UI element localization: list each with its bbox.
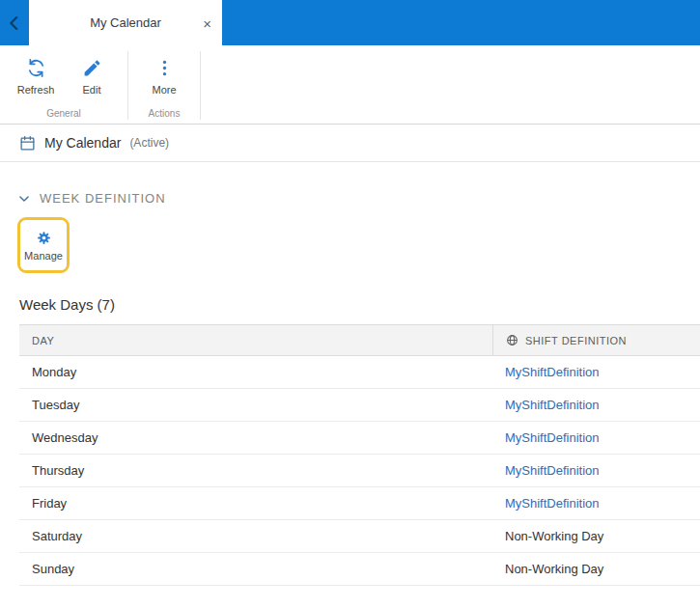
- tab-bar-empty-area: [222, 0, 700, 45]
- more-icon: [154, 58, 175, 78]
- ribbon: Refresh Edit General More Actions: [0, 45, 700, 124]
- week-days-title: Week Days (7): [19, 296, 700, 313]
- chevron-down-icon: [17, 192, 31, 206]
- column-header-day[interactable]: DAY: [19, 325, 492, 355]
- table-row: Tuesday MyShiftDefinition: [19, 389, 700, 422]
- refresh-button[interactable]: Refresh: [8, 50, 64, 97]
- shift-definition-link[interactable]: MyShiftDefinition: [492, 365, 700, 379]
- tab-title: My Calendar: [90, 15, 161, 30]
- day-cell: Wednesday: [19, 430, 492, 445]
- edit-button[interactable]: Edit: [64, 50, 120, 97]
- edit-label: Edit: [83, 84, 101, 96]
- record-status-badge: (Active): [129, 136, 169, 150]
- table-row: Friday MyShiftDefinition: [19, 487, 700, 520]
- table-row: Thursday MyShiftDefinition: [19, 455, 700, 487]
- day-cell: Tuesday: [19, 398, 492, 412]
- calendar-icon: [19, 135, 36, 152]
- more-button[interactable]: More: [136, 50, 192, 97]
- table-row: Saturday Non-Working Day: [19, 520, 700, 553]
- table-header-row: DAY SHIFT DEFINITION: [19, 324, 700, 356]
- shift-definition-link[interactable]: MyShiftDefinition: [492, 398, 700, 412]
- edit-icon: [82, 58, 102, 78]
- ribbon-group-actions: More Actions: [128, 45, 200, 124]
- shift-definition-link[interactable]: MyShiftDefinition: [492, 496, 700, 511]
- manage-label: Manage: [24, 250, 63, 262]
- refresh-label: Refresh: [17, 84, 55, 96]
- section-title: WEEK DEFINITION: [40, 191, 166, 206]
- day-cell: Sunday: [19, 562, 492, 576]
- manage-button[interactable]: Manage: [20, 220, 67, 270]
- table-row: Monday MyShiftDefinition: [19, 356, 700, 389]
- day-cell: Thursday: [19, 463, 492, 478]
- day-cell: Friday: [19, 496, 492, 511]
- column-header-shift-definition[interactable]: SHIFT DEFINITION: [492, 325, 700, 355]
- non-working-day-cell: Non-Working Day: [492, 562, 700, 576]
- ribbon-group-general: Refresh Edit General: [0, 45, 127, 124]
- day-cell: Monday: [19, 365, 492, 379]
- globe-icon: [506, 334, 518, 346]
- more-label: More: [152, 84, 176, 96]
- non-working-day-cell: Non-Working Day: [492, 529, 700, 543]
- ribbon-group-label-actions: Actions: [136, 108, 192, 121]
- ribbon-group-divider: [200, 51, 201, 120]
- tab-my-calendar[interactable]: My Calendar ×: [29, 0, 222, 45]
- shift-definition-link[interactable]: MyShiftDefinition: [492, 430, 700, 445]
- shift-definition-link[interactable]: MyShiftDefinition: [492, 463, 700, 478]
- manage-highlight-annotation: Manage: [17, 217, 70, 273]
- table-row: Sunday Non-Working Day: [19, 553, 700, 586]
- record-title: My Calendar: [44, 135, 121, 151]
- tab-bar: My Calendar ×: [0, 0, 700, 45]
- ribbon-group-label-general: General: [8, 108, 120, 121]
- column-header-shift-label: SHIFT DEFINITION: [525, 335, 627, 346]
- record-header: My Calendar (Active): [0, 124, 700, 162]
- table-row: Wednesday MyShiftDefinition: [19, 422, 700, 455]
- back-button[interactable]: [0, 0, 29, 45]
- refresh-icon: [26, 58, 46, 78]
- week-days-table: DAY SHIFT DEFINITION Monday MyShiftDefin…: [19, 324, 700, 586]
- gear-icon: [36, 230, 52, 246]
- day-cell: Saturday: [19, 529, 492, 543]
- chevron-left-icon: [6, 14, 23, 32]
- close-icon[interactable]: ×: [203, 15, 211, 30]
- week-definition-section-toggle[interactable]: WEEK DEFINITION: [0, 191, 700, 206]
